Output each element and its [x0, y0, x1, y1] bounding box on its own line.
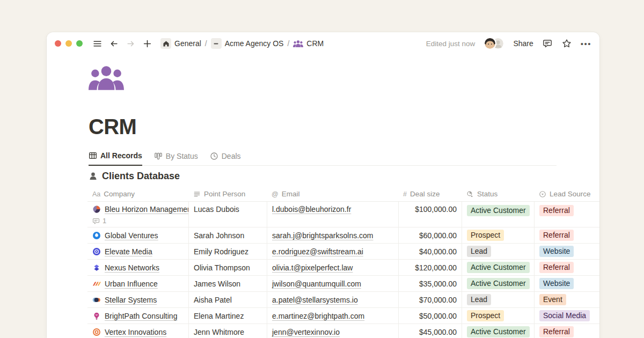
- status-pill[interactable]: Lead: [467, 246, 491, 257]
- window-topbar: General / Acme Agency OS /: [47, 32, 599, 55]
- column-header-status[interactable]: Status: [462, 187, 534, 201]
- status-pill[interactable]: Lead: [467, 294, 491, 305]
- email-link[interactable]: e.martinez@brightpath.com: [272, 312, 364, 320]
- new-page-icon[interactable]: [142, 38, 152, 49]
- column-header-lead-source[interactable]: Lead Source: [534, 187, 599, 201]
- email-link[interactable]: jenn@vertexinnov.io: [272, 328, 340, 336]
- table-row[interactable]: Stellar Systems Aisha Patel a.patel@stel…: [87, 292, 599, 308]
- stripes-logo: [92, 280, 101, 288]
- lead-source-pill[interactable]: Referral: [539, 262, 574, 273]
- board-view-icon: [154, 152, 163, 160]
- deal-size-cell[interactable]: $35,000.00: [398, 276, 462, 291]
- table-row[interactable]: Global Ventures Sarah Johnson sarah.j@br…: [87, 227, 599, 244]
- company-page-link[interactable]: Elevate Media: [105, 247, 152, 256]
- back-arrow-icon[interactable]: [108, 38, 119, 49]
- favorite-star-icon[interactable]: [561, 38, 572, 49]
- forward-arrow-icon[interactable]: [125, 38, 136, 49]
- point-person-cell[interactable]: Lucas Dubois: [188, 202, 267, 227]
- comments-icon[interactable]: [542, 38, 553, 49]
- point-person-cell[interactable]: Aisha Patel: [188, 292, 267, 307]
- company-page-link[interactable]: Bleu Horizon Management: [105, 205, 188, 214]
- spiral-logo: [92, 247, 101, 256]
- blue-globe-logo: [92, 231, 101, 240]
- lead-source-pill[interactable]: Event: [539, 294, 566, 305]
- company-page-link[interactable]: Vertex Innovations: [105, 328, 166, 336]
- email-icon: @: [272, 190, 279, 198]
- more-options-icon[interactable]: •••: [581, 39, 591, 48]
- status-pill[interactable]: Active Customer: [467, 262, 530, 273]
- lead-source-pill[interactable]: Referral: [539, 230, 574, 241]
- share-button[interactable]: Share: [513, 39, 533, 48]
- point-person-cell[interactable]: Olivia Thompson: [188, 260, 267, 275]
- email-link[interactable]: l.dubois@bleuhorizon.fr: [272, 205, 351, 214]
- tab-by-status[interactable]: By Status: [154, 151, 198, 165]
- deal-size-cell[interactable]: $100,000.00: [398, 202, 462, 227]
- company-page-link[interactable]: BrightPath Consulting: [105, 312, 177, 320]
- point-person-cell[interactable]: Sarah Johnson: [188, 227, 267, 243]
- column-header-deal-size[interactable]: # Deal size: [398, 187, 462, 201]
- lead-source-pill[interactable]: Referral: [539, 205, 574, 216]
- email-link[interactable]: jwilson@quantumquill.com: [272, 280, 361, 288]
- tab-all-records[interactable]: All Records: [89, 151, 142, 166]
- lead-source-pill[interactable]: Website: [539, 278, 574, 289]
- deal-size-cell[interactable]: $45,000.00: [398, 324, 462, 338]
- point-person-cell[interactable]: James Wilson: [188, 276, 267, 291]
- table-row[interactable]: BrightPath Consulting Elena Martinez e.m…: [87, 308, 599, 324]
- breadcrumb-separator: /: [287, 39, 289, 48]
- table-row[interactable]: Urban Influence James Wilson jwilson@qua…: [87, 276, 599, 292]
- home-icon: [160, 38, 171, 49]
- breadcrumb-general[interactable]: General: [160, 38, 201, 49]
- column-header-email[interactable]: @ Email: [267, 187, 398, 201]
- sidebar-menu-icon[interactable]: [92, 38, 103, 49]
- deal-size-cell[interactable]: $50,000.00: [398, 308, 462, 324]
- database-heading: Clients Database: [89, 171, 180, 182]
- table-header-row: Aa Company Point Person @ Email # Deal s…: [87, 187, 599, 202]
- lead-source-pill[interactable]: Website: [539, 246, 574, 257]
- tab-deals[interactable]: Deals: [210, 151, 241, 165]
- status-pill[interactable]: Prospect: [467, 230, 504, 241]
- close-window-button[interactable]: [55, 40, 61, 47]
- table-row[interactable]: Bleu Horizon Management 1 Lucas Dubois l…: [87, 202, 599, 227]
- lead-source-pill[interactable]: Social Media: [539, 310, 590, 321]
- email-link[interactable]: a.patel@stellarsystems.io: [272, 296, 358, 304]
- lead-source-pill[interactable]: Referral: [539, 326, 574, 337]
- email-link[interactable]: e.rodriguez@swiftstream.ai: [272, 247, 363, 256]
- status-pill[interactable]: Active Customer: [467, 278, 530, 289]
- comment-count[interactable]: 1: [92, 217, 188, 225]
- company-page-link[interactable]: Urban Influence: [105, 280, 158, 288]
- company-page-link[interactable]: Nexus Networks: [105, 263, 159, 272]
- collaborator-avatars[interactable]: [484, 37, 504, 50]
- company-page-link[interactable]: Global Ventures: [105, 231, 158, 240]
- venn-logo: [92, 296, 101, 304]
- deal-size-cell[interactable]: $40,000.00: [398, 244, 462, 259]
- deal-size-cell[interactable]: $70,000.00: [398, 292, 462, 307]
- edited-timestamp: Edited just now: [426, 40, 475, 48]
- status-pill[interactable]: Prospect: [467, 310, 504, 321]
- status-pill[interactable]: Active Customer: [467, 326, 530, 337]
- page-title: CRM: [89, 115, 136, 139]
- point-person-cell[interactable]: Jenn Whitmore: [188, 324, 267, 338]
- page-people-icon[interactable]: [89, 65, 124, 90]
- minimize-window-button[interactable]: [65, 40, 72, 47]
- breadcrumb-crm[interactable]: CRM: [293, 39, 324, 48]
- status-icon: [466, 190, 474, 198]
- table-row[interactable]: Elevate Media Emily Rodriguez e.rodrigue…: [87, 244, 599, 260]
- breadcrumb-acme-agency-os[interactable]: Acme Agency OS: [211, 38, 284, 49]
- point-person-cell[interactable]: Emily Rodriguez: [188, 244, 267, 259]
- status-pill[interactable]: Active Customer: [467, 205, 530, 216]
- email-link[interactable]: olivia.t@pixelperfect.law: [272, 263, 353, 272]
- page-icon: [211, 38, 222, 49]
- target-logo: [92, 328, 101, 336]
- column-header-company[interactable]: Aa Company: [87, 187, 188, 201]
- layers-logo: [92, 263, 101, 272]
- zoom-window-button[interactable]: [76, 40, 83, 47]
- email-link[interactable]: sarah.j@brightsparksolns.com: [272, 231, 374, 240]
- table-row[interactable]: Nexus Networks Olivia Thompson olivia.t@…: [87, 260, 599, 276]
- person-icon: [89, 172, 98, 181]
- deal-size-cell[interactable]: $120,000.00: [398, 260, 462, 275]
- table-row[interactable]: Vertex Innovations Jenn Whitmore jenn@ve…: [87, 324, 599, 338]
- point-person-cell[interactable]: Elena Martinez: [188, 308, 267, 324]
- column-header-point-person[interactable]: Point Person: [188, 187, 267, 201]
- deal-size-cell[interactable]: $60,000.00: [398, 227, 462, 243]
- company-page-link[interactable]: Stellar Systems: [105, 296, 157, 304]
